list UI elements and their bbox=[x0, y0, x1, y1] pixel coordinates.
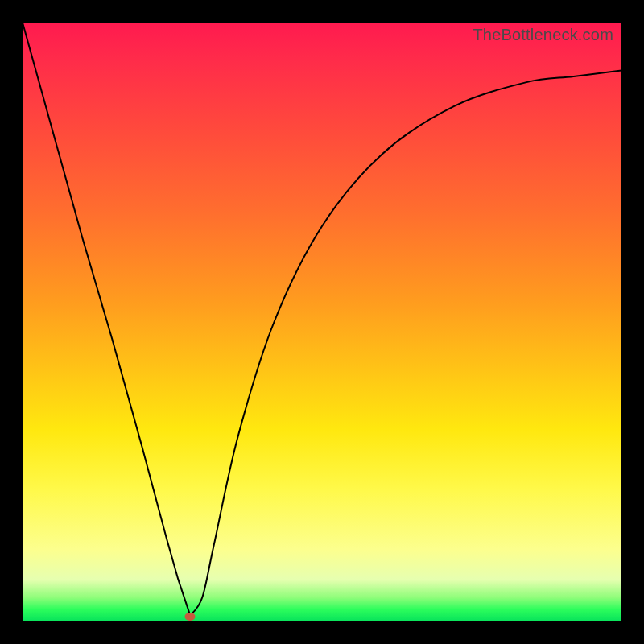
plot-area: TheBottleneck.com bbox=[23, 23, 621, 621]
watermark-text: TheBottleneck.com bbox=[473, 26, 613, 44]
chart-frame: TheBottleneck.com bbox=[0, 0, 644, 644]
bottleneck-curve bbox=[23, 23, 621, 621]
minimum-marker bbox=[185, 613, 196, 621]
curve-path bbox=[23, 23, 621, 616]
